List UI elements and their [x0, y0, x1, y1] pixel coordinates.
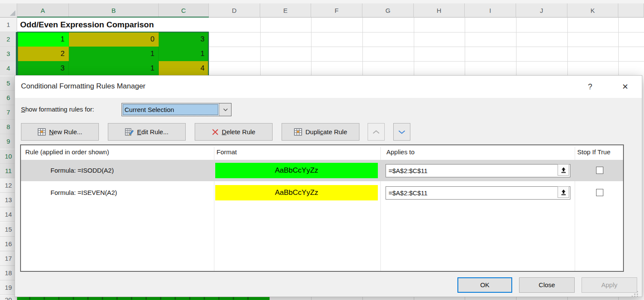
select-all-corner[interactable]: [0, 3, 17, 18]
gridline: [311, 297, 312, 300]
label-text: how formatting rules for:: [25, 106, 94, 113]
stop-if-true-checkbox[interactable]: [596, 167, 603, 174]
gridline: [516, 18, 516, 75]
column-header-a[interactable]: A: [17, 3, 69, 18]
rule-row-iseven[interactable]: Formula: =ISEVEN(A2) AaBbCcYyZz: [21, 182, 623, 203]
gridline: [414, 297, 414, 300]
row-header-3[interactable]: 3: [0, 47, 17, 61]
mnemonic: S: [21, 106, 25, 113]
conditional-formatting-rules-manager-dialog: Conditional Formatting Rules Manager ? ✕…: [15, 75, 642, 297]
duplicate-rule-button[interactable]: Duplicate Rule: [282, 123, 359, 141]
edit-rule-button[interactable]: Edit Rule...: [108, 123, 186, 141]
format-preview-swatch: AaBbCcYyZz: [215, 185, 378, 200]
row-header-2[interactable]: 2: [0, 32, 17, 47]
excel-window: A B C D E F G H I J K 1 2 3 4 5 6 7 8 9 …: [0, 0, 644, 300]
edit-rule-pencil-icon: [125, 128, 134, 136]
gridline: [516, 297, 516, 300]
new-rule-grid-icon: [38, 128, 46, 136]
gridline: [414, 18, 414, 75]
stop-if-true-checkbox[interactable]: [596, 189, 603, 196]
column-header-h[interactable]: H: [414, 3, 465, 18]
apply-button[interactable]: Apply: [582, 277, 637, 293]
delete-rule-button[interactable]: Delete Rule: [195, 123, 273, 141]
delete-rule-label: Delete Rule: [222, 128, 255, 135]
select-all-triangle-icon: [10, 10, 15, 16]
gridline: [311, 18, 312, 75]
edit-rule-label: Edit Rule...: [137, 128, 168, 135]
column-header-e[interactable]: E: [260, 3, 311, 18]
collapse-dialog-arrow-icon: [560, 167, 567, 174]
gridline: [567, 297, 568, 300]
column-header-c[interactable]: C: [159, 3, 209, 18]
rules-list: Rule (applied in order shown) Format App…: [20, 144, 624, 272]
gridline: [362, 297, 363, 300]
column-header-f[interactable]: F: [311, 3, 362, 18]
close-icon[interactable]: ✕: [618, 80, 632, 93]
resize-grip-dots-icon: [631, 291, 639, 297]
new-rule-label: New Rule...: [49, 128, 83, 135]
cell-a1-title[interactable]: Odd/Even Expression Comparison: [17, 18, 257, 32]
selection-border: [17, 32, 209, 75]
dropdown-value: Current Selection: [122, 104, 219, 115]
gridline: [567, 18, 568, 75]
dropdown-arrow-button[interactable]: [219, 103, 231, 116]
applies-to-input[interactable]: [386, 164, 570, 177]
applies-to-input[interactable]: [386, 186, 570, 200]
chevron-down-icon: [223, 108, 228, 112]
chevron-up-icon: [372, 130, 380, 134]
help-button[interactable]: ?: [583, 80, 597, 93]
row-header-4[interactable]: 4: [0, 61, 17, 76]
column-header-stop-if-true: Stop If True: [577, 145, 611, 159]
column-header-b[interactable]: B: [69, 3, 159, 18]
range-picker-button[interactable]: [558, 164, 569, 176]
gridline: [465, 297, 465, 300]
column-header-format: Format: [217, 145, 237, 159]
column-header-rule: Rule (applied in order shown): [25, 145, 109, 159]
column-header-j[interactable]: J: [516, 3, 567, 18]
collapse-dialog-arrow-icon: [560, 189, 567, 196]
row-header-1[interactable]: 1: [0, 18, 17, 32]
show-rules-for-label: Show formatting rules for:: [21, 106, 94, 113]
duplicate-rule-grid-icon: [294, 128, 303, 136]
column-header-d[interactable]: D: [209, 3, 260, 18]
show-rules-for-dropdown[interactable]: Current Selection: [122, 103, 231, 116]
gridline: [618, 18, 619, 75]
chevron-down-icon: [398, 130, 406, 134]
new-rule-button[interactable]: New Rule...: [21, 123, 99, 141]
top-strip: [0, 0, 644, 3]
row20-text-marks: [22, 297, 262, 300]
column-header-g[interactable]: G: [362, 3, 414, 18]
rule-row-isodd[interactable]: Formula: =ISODD(A2) AaBbCcYyZz: [21, 160, 623, 181]
column-header-i[interactable]: I: [465, 3, 516, 18]
gridline: [362, 18, 363, 75]
gridline: [260, 18, 261, 75]
column-header-k[interactable]: K: [567, 3, 618, 18]
format-preview-swatch: AaBbCcYyZz: [215, 163, 378, 178]
column-header-applies-to: Applies to: [386, 145, 415, 159]
resize-grip[interactable]: [631, 291, 639, 297]
duplicate-rule-label: Duplicate Rule: [306, 128, 347, 135]
gridline: [618, 297, 619, 300]
rule-description: Formula: =ISEVEN(A2): [50, 182, 117, 203]
rule-description: Formula: =ISODD(A2): [50, 160, 114, 181]
delete-x-icon: [212, 129, 219, 135]
close-button[interactable]: Close: [519, 277, 575, 293]
move-rule-down-button[interactable]: [393, 123, 410, 141]
gridline: [465, 18, 465, 75]
column-header-partial[interactable]: [618, 3, 644, 18]
move-rule-up-button[interactable]: [368, 123, 385, 141]
range-picker-button[interactable]: [558, 186, 569, 198]
dialog-title: Conditional Formatting Rules Manager: [21, 82, 145, 91]
selected-columns-underline: [17, 17, 209, 18]
ok-button[interactable]: OK: [457, 277, 512, 293]
